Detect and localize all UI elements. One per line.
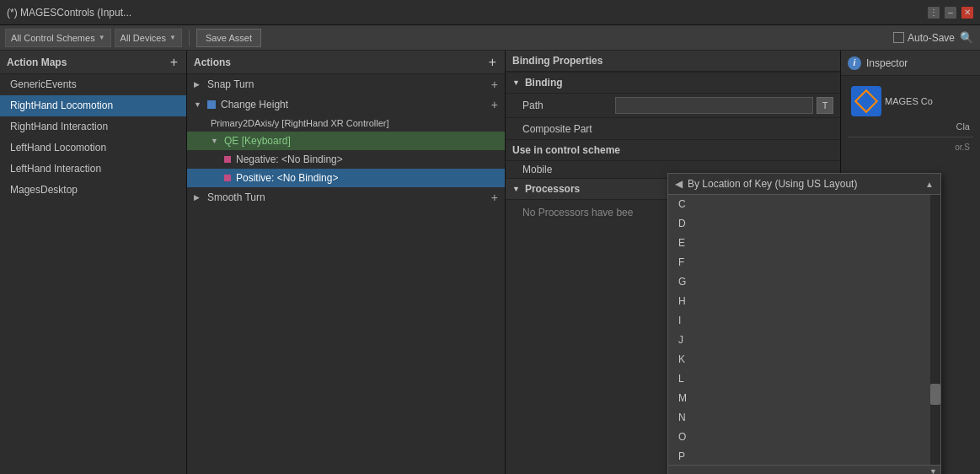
inspector-info-icon: i xyxy=(848,57,861,70)
mages-text-area: MAGES Co xyxy=(885,96,933,106)
add-action-map-button[interactable]: + xyxy=(169,56,179,69)
dropdown-arrow: ▼ xyxy=(99,34,105,41)
composite-part-label: Composite Part xyxy=(522,123,615,135)
mages-header: MAGES Co xyxy=(848,83,973,120)
action-maps-header: Action Maps + xyxy=(0,51,186,74)
inspector-divider xyxy=(848,137,973,137)
action-maps-title: Action Maps xyxy=(7,57,67,68)
action-map-item-mages-desktop[interactable]: MagesDesktop xyxy=(0,180,186,201)
path-input[interactable] xyxy=(615,97,813,114)
action-snap-turn[interactable]: ▶ Snap Turn + xyxy=(187,74,505,94)
action-map-item-generic-events[interactable]: GenericEvents xyxy=(0,74,186,95)
autosave-label: Auto-Save xyxy=(908,32,955,44)
expand-icon: ▼ xyxy=(194,100,206,109)
action-change-height[interactable]: ▼ Change Height + xyxy=(187,94,505,115)
dropdown-header: ◀ By Location of Key (Using US Layout) ▲ xyxy=(668,174,940,195)
action-map-item-righthand-locomotion[interactable]: RightHand Locomotion xyxy=(0,95,186,116)
action-smooth-turn[interactable]: ▶ Smooth Turn + xyxy=(187,187,505,207)
all-control-schemes-dropdown[interactable]: All Control Schemes ▼ xyxy=(5,29,111,47)
autosave-container: Auto-Save xyxy=(893,32,955,44)
key-item-j[interactable]: J xyxy=(668,331,940,350)
action-maps-panel: Action Maps + GenericEvents RightHand Lo… xyxy=(0,51,187,474)
window-controls: ⋮ – ✕ xyxy=(928,7,973,19)
action-qe-keyboard[interactable]: ▼ QE [Keyboard] xyxy=(187,132,505,150)
path-value-area: T xyxy=(615,97,833,114)
key-item-e[interactable]: E xyxy=(668,234,940,253)
action-icon-pink xyxy=(224,156,231,163)
save-asset-button[interactable]: Save Asset xyxy=(196,29,261,47)
search-button[interactable]: 🔍 xyxy=(958,30,975,46)
dropdown-scrollbar[interactable] xyxy=(930,195,940,465)
key-item-p[interactable]: P xyxy=(668,447,940,465)
main-layout: Action Maps + GenericEvents RightHand Lo… xyxy=(0,51,980,474)
toolbar-separator xyxy=(189,30,190,46)
expand-icon: ▶ xyxy=(194,193,206,202)
toolbar: All Control Schemes ▼ All Devices ▼ Save… xyxy=(0,25,980,51)
action-primary2daxis[interactable]: Primary2DAxis/y [RightHand XR Controller… xyxy=(187,115,505,132)
key-item-f[interactable]: F xyxy=(668,253,940,272)
binding-properties-header: Binding Properties xyxy=(506,51,840,72)
mages-content-title: MAGES Co xyxy=(885,96,933,106)
action-map-item-lefthand-locomotion[interactable]: LeftHand Locomotion xyxy=(0,137,186,159)
action-icon-pink xyxy=(224,175,231,181)
scroll-down-indicator: ▼ xyxy=(668,465,940,474)
inspector-header: i Inspector xyxy=(841,51,980,76)
dropdown-title: By Location of Key (Using US Layout) xyxy=(688,178,920,190)
action-map-item-lefthand-interaction[interactable]: LeftHand Interaction xyxy=(0,159,186,180)
add-action-button[interactable]: + xyxy=(487,56,498,69)
path-label: Path xyxy=(522,100,615,111)
all-devices-dropdown[interactable]: All Devices ▼ xyxy=(115,29,182,47)
actions-header: Actions + xyxy=(187,51,505,74)
add-binding-smooth-turn[interactable]: + xyxy=(491,191,498,204)
expand-icon: ▼ xyxy=(211,137,222,145)
mages-icon xyxy=(851,86,881,116)
key-item-o[interactable]: O xyxy=(668,428,940,447)
key-item-h[interactable]: H xyxy=(668,292,940,311)
key-item-g[interactable]: G xyxy=(668,272,940,292)
key-item-m[interactable]: M xyxy=(668,389,940,408)
binding-section-header[interactable]: ▼ Binding xyxy=(506,72,840,94)
more-button[interactable]: ⋮ xyxy=(928,7,940,19)
actions-title: Actions xyxy=(194,57,231,68)
key-item-n[interactable]: N xyxy=(668,408,940,428)
inspector-cla-text: Cla xyxy=(848,120,973,133)
add-binding-snap-turn[interactable]: + xyxy=(491,78,498,91)
path-t-button[interactable]: T xyxy=(817,97,833,114)
path-row: Path T xyxy=(506,94,840,118)
binding-properties-title: Binding Properties xyxy=(512,55,602,67)
processors-label: Processors xyxy=(525,183,580,195)
dropdown-arrow: ▼ xyxy=(169,34,176,41)
key-item-i[interactable]: I xyxy=(668,311,940,331)
actions-panel: Actions + ▶ Snap Turn + ▼ Change Height … xyxy=(187,51,506,474)
add-binding-change-height[interactable]: + xyxy=(491,98,498,111)
dropdown-back-button[interactable]: ◀ xyxy=(675,178,683,190)
inspector-title: Inspector xyxy=(866,57,908,69)
action-positive[interactable]: Positive: <No Binding> xyxy=(187,169,505,187)
key-item-k[interactable]: K xyxy=(668,350,940,369)
binding-panel: Binding Properties ▼ Binding Path T Comp… xyxy=(506,51,841,474)
composite-part-row: Composite Part xyxy=(506,118,840,140)
key-item-d[interactable]: D xyxy=(668,214,940,234)
dropdown-list: C D E F G H I J K L M N O P Q R xyxy=(668,195,940,465)
key-item-c[interactable]: C xyxy=(668,195,940,214)
binding-expand-arrow: ▼ xyxy=(512,78,520,87)
key-item-l[interactable]: L xyxy=(668,369,940,389)
scroll-down-icon: ▼ xyxy=(929,467,937,474)
title-bar: (*) MAGESControls (Input... ⋮ – ✕ xyxy=(0,0,980,25)
mages-icon-inner xyxy=(854,89,878,113)
binding-label: Binding xyxy=(525,77,563,89)
action-map-item-righthand-interaction[interactable]: RightHand Interaction xyxy=(0,116,186,137)
autosave-checkbox[interactable] xyxy=(893,32,904,43)
actions-list: ▶ Snap Turn + ▼ Change Height + Primary2… xyxy=(187,74,505,474)
action-maps-list: GenericEvents RightHand Locomotion Right… xyxy=(0,74,186,474)
key-dropdown: ◀ By Location of Key (Using US Layout) ▲… xyxy=(667,173,941,474)
use-in-control-scheme-header: Use in control scheme xyxy=(506,140,840,161)
processors-arrow: ▼ xyxy=(512,185,520,193)
window-title: (*) MAGESControls (Input... xyxy=(7,7,928,19)
action-negative[interactable]: Negative: <No Binding> xyxy=(187,150,505,169)
minimize-button[interactable]: – xyxy=(945,7,956,19)
action-icon-blue xyxy=(207,100,216,109)
scroll-thumb xyxy=(930,384,940,405)
close-button[interactable]: ✕ xyxy=(961,7,973,19)
scroll-up-icon: ▲ xyxy=(925,180,934,189)
